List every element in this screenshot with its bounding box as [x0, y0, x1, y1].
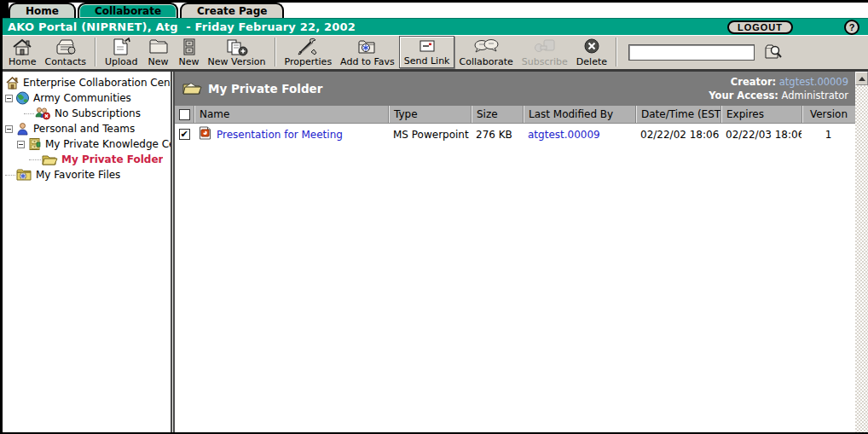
tree-item-enterprise-collaboration-center[interactable]: Enterprise Collaboration Center	[5, 75, 171, 90]
powerpoint-file-icon	[199, 126, 211, 142]
toolbar-new-version-button[interactable]: New Version	[204, 36, 270, 68]
table-row: Presentation for Meeting MS Powerpoint 2…	[175, 124, 855, 145]
toolbar-upload-button[interactable]: Upload	[101, 36, 142, 68]
toolbar-properties-button[interactable]: Properties	[281, 36, 337, 68]
people-x-icon	[34, 107, 51, 120]
access-label: Your Access:	[709, 90, 778, 101]
properties-icon	[297, 37, 319, 56]
toolbar-collaborate-button[interactable]: Collaborate	[454, 36, 517, 68]
toolbar-new-item-label: New	[179, 56, 200, 67]
toolbar: Home Contacts Upload New New	[3, 35, 868, 72]
creator-label: Creator:	[731, 76, 776, 88]
tree-item-label: No Subscriptions	[55, 107, 141, 119]
select-all-checkbox[interactable]	[179, 109, 190, 120]
creator-value-link[interactable]: atgtest.00009	[779, 76, 848, 88]
folder-meta: Creator: atgtest.00009 Your Access: Admi…	[709, 75, 848, 102]
logout-button[interactable]: LOGOUT	[727, 20, 793, 34]
folder-title: My Private Folder	[208, 82, 322, 95]
tree-item-my-private-folder[interactable]: My Private Folder	[5, 152, 171, 167]
toolbar-delete-label: Delete	[576, 56, 607, 67]
toolbar-add-to-favs-label: Add to Favs	[340, 56, 395, 67]
tree-item-no-subscriptions[interactable]: No Subscriptions	[5, 106, 171, 121]
page-title: AKO Portal (NIPRNET), Atg - Friday Febru…	[8, 20, 356, 33]
toolbar-delete-button[interactable]: Delete	[572, 36, 611, 68]
toolbar-contacts-button[interactable]: Contacts	[40, 36, 90, 68]
column-header-type[interactable]: Type	[388, 106, 471, 123]
tree-connector	[24, 113, 34, 114]
person-icon	[15, 122, 30, 136]
tabstrip-lead-block	[3, 3, 9, 18]
column-header-size[interactable]: Size	[471, 106, 523, 123]
tree-connector	[5, 175, 15, 176]
column-header-name[interactable]: Name	[194, 106, 388, 123]
toolbar-new-folder-button[interactable]: New	[142, 36, 175, 68]
new-item-icon	[181, 37, 198, 56]
tab-create-page[interactable]: Create Page	[180, 3, 284, 18]
row-checkbox[interactable]	[179, 129, 190, 140]
tab-collaborate[interactable]: Collaborate	[78, 3, 178, 18]
column-header-last-modified-by[interactable]: Last Modified By	[523, 106, 635, 123]
toolbar-upload-label: Upload	[105, 56, 138, 67]
subscribe-icon	[532, 37, 558, 56]
tree-item-label: My Favorite Files	[36, 169, 120, 181]
toolbar-collaborate-label: Collaborate	[459, 56, 512, 67]
toolbar-home-label: Home	[9, 56, 36, 67]
folder-header: My Private Folder Creator: atgtest.00009…	[175, 72, 855, 106]
file-datetime: 02/22/02 18:06	[635, 129, 720, 141]
toolbar-search-group	[628, 43, 784, 61]
ako-portal-window: Home Collaborate Create Page AKO Portal …	[0, 0, 868, 434]
tree-item-label: My Private Knowledge Center	[45, 138, 171, 150]
toolbar-contacts-label: Contacts	[44, 56, 86, 67]
help-button[interactable]: ?	[844, 20, 859, 35]
collapse-expander-icon[interactable]	[5, 95, 13, 102]
toolbar-subscribe-label: Subscribe	[522, 56, 568, 67]
folder-view-panel: My Private Folder Creator: atgtest.00009…	[175, 72, 855, 432]
home-icon	[11, 37, 33, 56]
file-version: 1	[801, 129, 855, 141]
contacts-icon	[54, 37, 78, 56]
toolbar-separator	[95, 38, 96, 67]
add-to-favs-icon	[356, 37, 379, 56]
delete-icon	[582, 37, 601, 56]
open-folder-icon	[182, 80, 202, 98]
select-all-cell	[175, 106, 194, 123]
column-header-datetime[interactable]: Date/Time (EST)	[635, 106, 720, 123]
tab-strip: Home Collaborate Create Page	[3, 0, 868, 18]
column-header-version[interactable]: Version	[801, 106, 855, 123]
tree-item-label: Personal and Teams	[33, 123, 135, 135]
tree-item-label: Enterprise Collaboration Center	[23, 77, 171, 89]
toolbar-add-to-favs-button[interactable]: Add to Favs	[336, 36, 399, 68]
new-version-icon	[224, 37, 250, 56]
column-header-expires[interactable]: Expires	[720, 106, 801, 123]
tree-item-army-communities[interactable]: Army Communities	[5, 90, 171, 106]
tree-item-my-favorite-files[interactable]: My Favorite Files	[5, 167, 171, 182]
scroll-up-arrow-icon	[859, 77, 865, 81]
collapse-expander-icon[interactable]	[17, 141, 25, 148]
toolbar-send-link-button[interactable]: Send Link	[399, 36, 455, 68]
collapse-expander-icon[interactable]	[5, 125, 13, 133]
last-modified-by-link[interactable]: atgtest.00009	[528, 129, 600, 141]
toolbar-home-button[interactable]: Home	[4, 36, 40, 68]
send-link-icon	[416, 37, 438, 55]
tree-item-personal-and-teams[interactable]: Personal and Teams	[5, 121, 171, 136]
new-folder-icon	[147, 37, 171, 56]
toolbar-properties-label: Properties	[285, 56, 333, 67]
toolbar-new-folder-label: New	[148, 56, 169, 67]
content-area: Enterprise Collaboration Center Army Com…	[3, 72, 868, 432]
tree-item-my-private-knowledge-center[interactable]: My Private Knowledge Center	[5, 136, 171, 152]
search-button[interactable]	[763, 43, 784, 61]
fav-folder-icon	[15, 168, 32, 182]
empty-file-list-area	[175, 145, 855, 432]
vertical-scrollbar[interactable]	[855, 72, 868, 432]
tree-item-label: Army Communities	[33, 92, 131, 104]
search-input[interactable]	[628, 44, 755, 61]
search-icon	[764, 43, 783, 62]
open-folder-icon	[41, 153, 58, 166]
scroll-up-button[interactable]	[855, 72, 868, 85]
access-value: Administrator	[782, 90, 848, 101]
tab-home[interactable]: Home	[9, 3, 76, 18]
globe-icon	[15, 91, 30, 105]
file-name-link[interactable]: Presentation for Meeting	[217, 129, 343, 141]
toolbar-new-item-button[interactable]: New	[175, 36, 204, 68]
upload-icon	[110, 37, 132, 56]
